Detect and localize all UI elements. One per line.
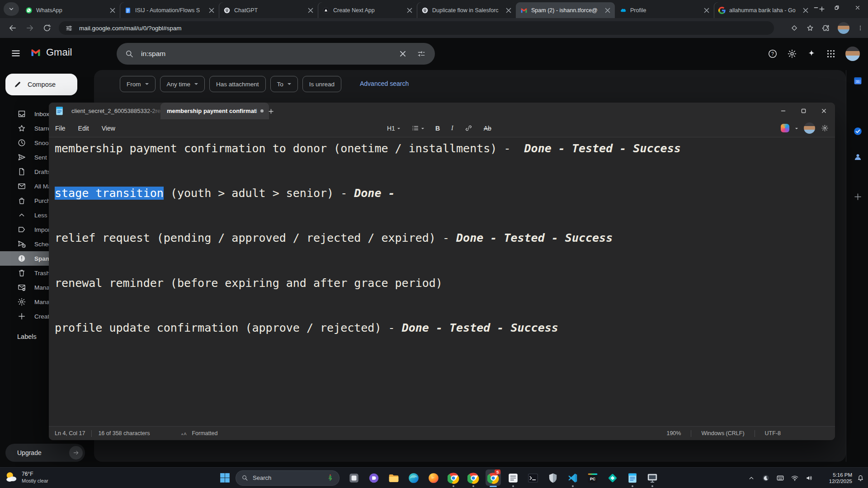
taskbar-app[interactable] <box>543 468 563 488</box>
editor-line[interactable]: renewal reminder (before expiring and af… <box>55 272 831 295</box>
taskbar-app[interactable] <box>364 468 384 488</box>
taskbar-app[interactable]: PC <box>583 468 603 488</box>
url-field[interactable]: mail.google.com/mail/u/0/?ogbl#spam <box>59 21 774 35</box>
browser-tab[interactable]: ChatGPT <box>219 2 318 18</box>
editor-line[interactable]: profile update confirmation (approve / r… <box>55 317 831 339</box>
filter-chip[interactable]: To <box>270 76 298 92</box>
menu-item[interactable]: Edit <box>72 125 95 132</box>
italic-button[interactable]: I <box>451 125 453 132</box>
browser-tab[interactable]: ISIJ - Automation/Flows S <box>120 2 219 18</box>
menu-item[interactable]: File <box>49 125 72 132</box>
minimize-button[interactable] <box>806 0 826 15</box>
reload-icon[interactable] <box>42 23 52 33</box>
site-info-icon[interactable] <box>65 24 73 32</box>
filter-chip[interactable]: Any time <box>160 76 205 92</box>
taskbar-app[interactable] <box>603 468 623 488</box>
notepad-close-button[interactable] <box>814 103 834 119</box>
browser-menu-icon[interactable] <box>857 24 863 32</box>
browser-tab[interactable]: WhatsApp <box>21 2 120 18</box>
taskbar-clock[interactable]: 5:16 PM 12/2/2025 <box>820 472 852 484</box>
forward-icon[interactable] <box>25 23 34 33</box>
url-text[interactable]: mail.google.com/mail/u/0/?ogbl#spam <box>79 25 182 32</box>
editor-text-area[interactable]: membership payment confirmation to donor… <box>49 136 835 426</box>
upgrade-arrow-button[interactable] <box>69 446 83 460</box>
search-input[interactable] <box>140 49 399 58</box>
notepad-tab-active[interactable]: membership payment confirmation <box>160 103 269 119</box>
hamburger-menu-icon[interactable] <box>11 48 21 58</box>
notifications-bell-icon[interactable] <box>857 474 864 482</box>
editor-line[interactable] <box>55 294 831 317</box>
advanced-search-link[interactable]: Advanced search <box>360 80 409 87</box>
clear-search-icon[interactable] <box>399 50 407 58</box>
encoding-status[interactable]: UTF-8 <box>755 430 791 436</box>
taskbar-app[interactable] <box>344 468 364 488</box>
gmail-account-avatar[interactable] <box>845 47 860 61</box>
notepad-account-avatar[interactable] <box>804 122 815 134</box>
tab-search-button[interactable] <box>4 2 19 16</box>
tasks-icon[interactable] <box>853 127 863 136</box>
tray-app-icon[interactable] <box>762 474 770 482</box>
taskbar-app[interactable]: S <box>483 468 503 488</box>
browser-tab[interactable]: Profile <box>615 2 714 18</box>
compose-button[interactable]: Compose <box>5 74 77 95</box>
settings-gear-icon[interactable] <box>787 49 797 59</box>
line-ending-status[interactable]: Windows (CRLF) <box>691 430 754 436</box>
extension-action-icon[interactable] <box>790 24 798 32</box>
maximize-button[interactable] <box>826 0 847 15</box>
notepad-settings-gear-icon[interactable] <box>821 124 829 132</box>
menu-item[interactable]: View <box>95 125 122 132</box>
gmail-logo[interactable]: Gmail <box>29 47 72 58</box>
volume-icon[interactable] <box>805 474 813 482</box>
taskbar-app[interactable] <box>443 468 463 488</box>
browser-tab[interactable]: Create Next App <box>318 2 417 18</box>
gemini-sparkle-icon[interactable] <box>807 49 816 59</box>
browser-tab[interactable]: Spam (2) - ishann.tforce@ <box>516 2 615 18</box>
notepad-new-tab-button[interactable] <box>265 105 277 117</box>
taskbar-app[interactable] <box>563 468 583 488</box>
back-icon[interactable] <box>8 23 17 33</box>
hidden-icons-chevron[interactable] <box>747 474 755 482</box>
google-apps-grid-icon[interactable] <box>826 49 836 59</box>
help-icon[interactable]: ? <box>768 49 778 59</box>
search-icon[interactable] <box>125 49 134 58</box>
upgrade-button[interactable]: Upgrade <box>5 444 85 462</box>
touch-keyboard-icon[interactable] <box>776 474 784 482</box>
heading-style-dropdown[interactable]: H1 <box>387 125 400 132</box>
taskbar-app[interactable] <box>503 468 523 488</box>
close-button[interactable] <box>847 0 868 15</box>
browser-tab[interactable]: Duplicate flow in Salesforc <box>417 2 516 18</box>
taskbar-app[interactable] <box>404 468 424 488</box>
search-options-icon[interactable] <box>417 49 426 58</box>
editor-line[interactable] <box>55 205 831 227</box>
notepad-minimize-button[interactable] <box>773 103 793 119</box>
clear-formatting-button[interactable]: Ab <box>484 125 491 132</box>
editor-line[interactable] <box>55 160 831 183</box>
close-icon[interactable] <box>109 7 116 14</box>
insert-link-button[interactable] <box>465 124 472 132</box>
close-icon[interactable] <box>703 7 710 14</box>
taskbar-app[interactable] <box>523 468 543 488</box>
filter-chip[interactable]: From <box>120 76 156 92</box>
taskbar-app[interactable] <box>463 468 483 488</box>
filter-chip[interactable]: Has attachment <box>209 76 266 92</box>
close-icon[interactable] <box>505 7 512 14</box>
taskbar-app[interactable] <box>642 468 662 488</box>
taskbar-app[interactable] <box>623 468 642 488</box>
notepad-tab-inactive[interactable]: client_secret_2_60053885332-2reqe52rribe <box>67 103 165 119</box>
contacts-icon[interactable] <box>853 152 863 162</box>
taskbar-weather-widget[interactable]: 76°F Mostly clear <box>5 470 48 484</box>
editor-line[interactable] <box>55 249 831 272</box>
browser-profile-avatar[interactable] <box>838 22 849 34</box>
wifi-icon[interactable] <box>791 474 799 482</box>
taskbar-app[interactable] <box>384 468 404 488</box>
taskbar-app[interactable] <box>424 468 443 488</box>
bold-button[interactable]: B <box>435 125 440 132</box>
close-icon[interactable] <box>208 7 215 14</box>
browser-tab[interactable]: allahumma barik laha - Go <box>714 2 813 18</box>
calendar-icon[interactable]: 31 <box>853 76 863 85</box>
zoom-level-status[interactable]: 190% <box>656 430 691 436</box>
list-dropdown[interactable] <box>411 124 424 132</box>
editor-line[interactable]: membership payment confirmation to donor… <box>55 137 831 160</box>
start-button-icon[interactable] <box>219 472 231 484</box>
get-addons-plus-icon[interactable] <box>853 192 863 202</box>
